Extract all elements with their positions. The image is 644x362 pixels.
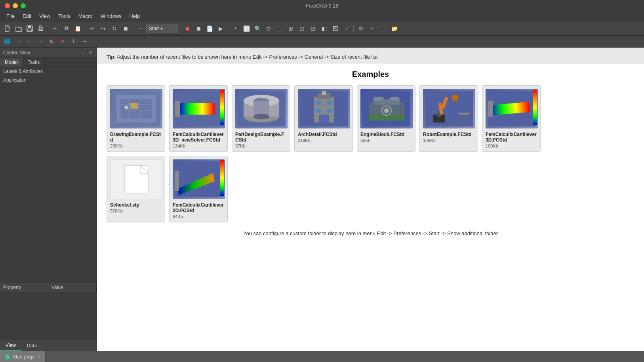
menu-file[interactable]: File [3,12,18,20]
save-file-button[interactable] [25,23,35,34]
example-card-fem3d[interactable]: FemCalculixCantilever3D.FCStd 108Kb [482,85,541,152]
example-name-6: FemCalculixCantilever3D.FCStd [486,132,537,143]
svg-rect-29 [322,91,326,95]
toolbar-btn-11[interactable]: ↕ [341,23,351,34]
maximize-button[interactable] [21,3,26,8]
menu-tools[interactable]: Tools [55,12,73,20]
combo-close-button[interactable]: ✕ [87,50,93,56]
tab-view[interactable]: View [0,341,21,351]
tab-model[interactable]: Model [0,58,23,67]
redo-button[interactable]: ↪ [98,23,109,34]
example-size-7: 576Kb [110,209,123,213]
workbench-back[interactable]: → [135,23,145,34]
example-card-drawing[interactable]: DrawingExample.FCStd 250Kb [107,85,165,152]
example-name-1: FemCalculixCantilever3D_newSolver.FCStd [173,132,224,143]
toolbar-btn-8[interactable]: ⊟ [308,23,318,34]
toolbar-btn-2[interactable]: ⬜ [241,23,252,34]
toolbar-more[interactable]: ⬛ [378,23,388,34]
menu-windows[interactable]: Windows [97,12,125,20]
toolbar-btn-1[interactable]: ⦁ [230,23,240,34]
nav-add[interactable]: + [69,37,78,46]
record-macro-button[interactable]: ⏺ [182,23,192,34]
nav-back[interactable]: ← [25,37,34,46]
combo-view-controls: ○ ✕ [79,50,93,56]
nav-forward[interactable]: → [13,37,23,46]
toolbar-btn-9[interactable]: ◧ [319,23,329,34]
svg-point-15 [124,105,128,109]
example-size-4: 65Kb [360,138,371,143]
toolbar-btn-5[interactable]: ⬛ [274,23,285,34]
svg-rect-31 [327,101,332,105]
example-size-0: 250Kb [110,144,123,148]
play-macro-button[interactable]: ▶ [215,23,226,34]
nav-refresh[interactable]: ↻ [47,37,56,46]
workbench-label: Start [149,26,159,31]
undo-button[interactable]: ↩ [87,23,97,34]
toolbar-settings[interactable]: ⚙ [356,23,366,34]
print-button[interactable] [36,23,46,34]
example-card-fem2d[interactable]: FemCalculixCantilever2D.FCStd 84Kb [169,156,228,222]
stop-macro-button[interactable]: ⏹ [193,23,204,34]
menu-macro[interactable]: Macro [75,12,96,20]
svg-rect-51 [459,113,469,115]
new-file-button[interactable] [2,23,13,34]
workbench-dropdown-icon: ▾ [160,26,163,31]
toolbar-btn-3[interactable]: 🔍 [252,23,263,34]
main-toolbar: ✂ ⧉ 📋 ↩ ↪ ↻ ⏹ → Start ▾ ⏺ ⏹ 📄 ▶ ⦁ ⬜ 🔍 ⊙ … [0,21,644,36]
window-controls[interactable] [5,3,26,8]
toolbar-btn-10[interactable]: 🖼 [330,23,340,34]
prop-col-property: Property [0,283,48,292]
toolbar-btn-4[interactable]: ⊙ [263,23,274,34]
paste-button[interactable]: 📋 [72,23,83,34]
nav-minus[interactable]: − [80,37,90,46]
footer-tip-text: You can configure a custom folder to dis… [243,230,498,236]
nav-stop[interactable]: ✕ [58,37,67,46]
menubar: File Edit View Tools Macro Windows Help [0,11,644,21]
sidebar-labels[interactable]: Labels & Attributes [0,67,97,76]
sidebar-application[interactable]: Application [0,76,97,84]
example-card-robot[interactable]: RobotExample.FCStd 189Kb [419,85,478,152]
svg-rect-2 [28,26,31,28]
combo-float-button[interactable]: ○ [79,50,86,56]
tab-tasks[interactable]: Tasks [23,58,45,67]
toolbar-btn-6[interactable]: ⊞ [286,23,296,34]
toolbar-folder[interactable]: 📁 [389,23,399,34]
stop-button[interactable]: ⏹ [120,23,131,34]
svg-point-25 [253,114,269,119]
refresh-button[interactable]: ↻ [109,23,120,34]
toolbar-btn-7[interactable]: ⊡ [297,23,307,34]
menu-help[interactable]: Help [126,12,143,20]
example-card-partdesign[interactable]: PartDesignExample.FCStd 37Kb [232,85,290,152]
doc-tab-label: Start page [13,354,34,360]
example-name-4: EngineBlock.FCStd [360,132,404,137]
cut-button[interactable]: ✂ [50,23,61,34]
svg-point-50 [452,95,458,101]
svg-rect-3 [28,29,32,31]
doc-tab-icon: S [5,354,10,360]
colorbar-fem1 [220,90,224,125]
doc-tab-start[interactable]: S Start page ✕ [0,351,46,362]
copy-button[interactable]: ⧉ [61,23,72,34]
example-card-arch[interactable]: ArchDetail.FCStd 219Kb [294,85,353,152]
example-card-fem1[interactable]: FemCalculixCantilever3D_newSolver.FCStd … [169,85,228,152]
macro-dialog-button[interactable]: 📄 [204,23,215,34]
minimize-button[interactable] [13,3,18,8]
example-thumb-drawing [110,89,162,128]
titlebar: FreeCAD 0.18 [0,0,644,11]
menu-edit[interactable]: Edit [19,12,34,20]
doc-tabbar: S Start page ✕ [0,351,644,362]
toolbar-addon[interactable]: + [367,23,377,34]
svg-rect-14 [130,103,138,109]
nav-globe[interactable]: 🌐 [2,37,12,46]
close-button[interactable] [5,3,10,8]
doc-tab-close[interactable]: ✕ [37,354,40,359]
workbench-selector[interactable]: Start ▾ [146,24,178,33]
tab-data[interactable]: Data [21,341,42,350]
example-thumb-fem2d [173,159,225,199]
open-file-button[interactable] [13,23,24,34]
example-card-schenkel[interactable]: Schenkel.stp 576Kb [107,156,165,222]
example-name-0: DrawingExample.FCStd [110,132,162,143]
menu-view[interactable]: View [36,12,53,20]
nav-forward2[interactable]: → [36,37,45,46]
example-card-engine[interactable]: EngineBlock.FCStd 65Kb [357,85,415,152]
